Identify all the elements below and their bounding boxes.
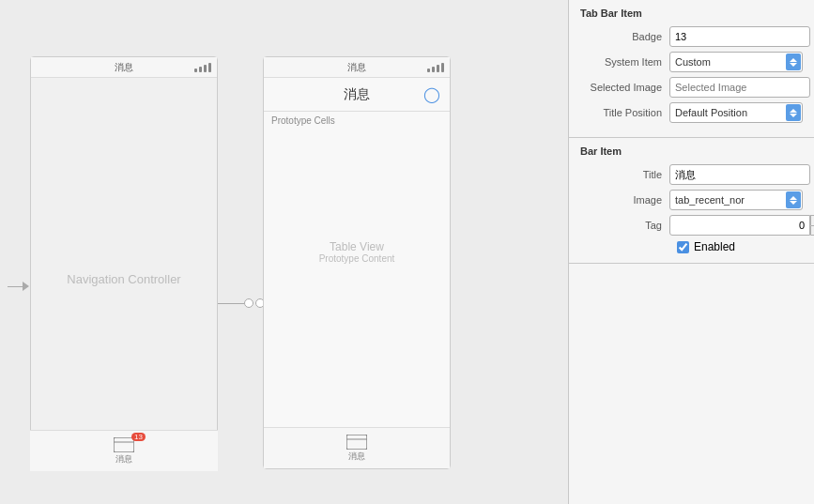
device-screen: 消息 消息 ◯ Prototype Cells Table View Proto… [263,56,451,469]
image-field-row: Image tab_recent_nor [580,190,803,210]
left-arrow-tip [23,282,29,291]
tag-stepper-buttons: ▲ ▼ [810,215,814,236]
device-tab-label: 消息 [348,451,365,463]
device-tab-bar: 消息 [264,427,450,468]
prototype-cells-label: Prototype Cells [264,112,450,130]
image-select-wrap: tab_recent_nor [669,190,803,210]
enabled-row: Enabled [580,240,803,253]
tab-badge: 13 [131,433,146,441]
connector-line [218,303,244,304]
nav-controller-top-bar: 消息 [31,57,217,78]
tag-field-row: Tag ▲ ▼ [580,215,803,236]
selected-image-row: Selected Image [580,77,803,98]
tag-increment-btn[interactable]: ▲ [810,215,814,225]
title-position-select[interactable]: Default Position Above Image Below Image… [669,102,803,123]
title-field-row: Title [580,164,803,185]
selected-image-input[interactable] [669,77,810,98]
system-item-label: System Item [580,56,669,68]
table-view-sub: Prototype Content [319,253,395,264]
title-input[interactable] [669,164,810,185]
right-panel: Tab Bar Item Badge System Item Custom Mo… [568,0,814,504]
nav-controller-tab-bar: 消息 13 [30,430,218,471]
nav-tab-label: 消息 [115,453,132,466]
table-view-label: Table View [330,240,384,253]
tab-bar-item-section: Tab Bar Item Badge System Item Custom Mo… [569,0,814,138]
system-item-select-wrap: Custom More Favorites Featured Top Rated… [669,52,803,72]
bar-item-section: Bar Item Title Image tab_recent_nor Tag … [569,138,814,264]
device-tab-item: 消息 [334,430,379,466]
tag-input[interactable] [669,215,810,236]
badge-field-row: Badge [580,26,803,47]
badge-label: Badge [580,31,669,42]
title-label: Title [580,169,669,180]
enabled-label: Enabled [694,240,735,253]
connector-circle-1 [244,298,253,308]
device-title-bar: 消息 ◯ [264,78,450,112]
tag-label: Tag [580,220,669,231]
svg-rect-2 [346,435,367,450]
title-bar-icon: ◯ [423,85,440,103]
system-item-row: System Item Custom More Favorites Featur… [580,52,803,72]
device-content-area: Table View Prototype Content [264,130,450,374]
image-label: Image [580,194,669,206]
left-arrow-line [8,286,23,287]
svg-rect-0 [114,437,134,452]
tab-bar-item-title: Tab Bar Item [580,8,803,19]
bar-item-title: Bar Item [580,145,803,157]
enabled-checkbox[interactable] [677,241,689,253]
device-status-title: 消息 [347,61,366,74]
left-arrow [8,282,29,291]
tag-decrement-btn[interactable]: ▼ [810,225,814,237]
selected-image-label: Selected Image [580,82,669,93]
title-position-row: Title Position Default Position Above Im… [580,102,803,123]
canvas-area: 消息 Navigation Controller 消息 13 [0,0,568,504]
device-tab-icon [346,434,368,451]
nav-tab-item: 消息 13 [100,433,147,469]
title-position-label: Title Position [580,107,669,118]
title-position-select-wrap: Default Position Above Image Below Image… [669,102,803,123]
device-status-bar: 消息 [264,57,450,78]
tag-stepper-wrap: ▲ ▼ [669,215,814,236]
badge-input[interactable] [669,26,810,47]
nav-top-bar-title: 消息 [115,61,133,74]
device-nav-title: 消息 [344,86,370,103]
image-select[interactable]: tab_recent_nor [669,190,803,210]
system-item-select[interactable]: Custom More Favorites Featured Top Rated… [669,52,803,72]
nav-controller-label: Navigation Controller [30,272,218,286]
nav-controller-box: 消息 [30,56,218,469]
